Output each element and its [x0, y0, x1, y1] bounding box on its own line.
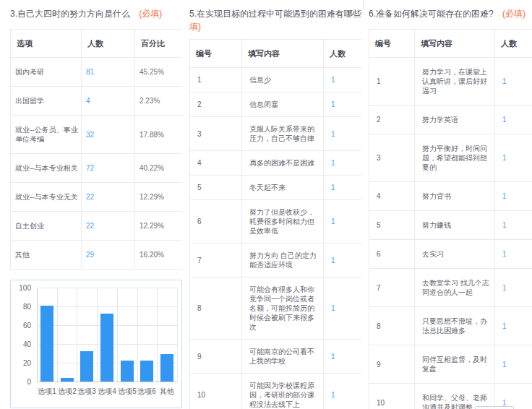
- percent-cell: 2.23%: [135, 87, 183, 116]
- table-row: 5冬天起不来1: [190, 176, 362, 200]
- count-link[interactable]: 1: [495, 345, 532, 384]
- chart-bar: [100, 314, 113, 382]
- count-link[interactable]: 1: [324, 277, 362, 340]
- answer-content-cell: 努力背书: [415, 182, 495, 211]
- y-axis-tick-label: 0: [11, 378, 31, 386]
- count-link[interactable]: 1: [324, 92, 362, 117]
- answer-content-cell: 可能会有很多人和你竞争同一个岗位或者名额，可能投简历的时候会被刷下来很多次: [242, 277, 324, 340]
- next-page-button[interactable]: [475, 406, 514, 409]
- row-number-cell: 9: [190, 340, 242, 374]
- survey-results-page: 3.自己大四时的努力方向是什么 (必填) 选项 人数 百分比 国内考研8145.…: [0, 0, 532, 409]
- count-link[interactable]: 1: [324, 340, 362, 374]
- table-row: 国内考研8145.25%: [11, 58, 183, 87]
- count-link[interactable]: 22: [82, 183, 135, 212]
- row-number-cell: 2: [190, 92, 242, 117]
- count-link[interactable]: 1: [324, 176, 362, 200]
- column-header-percent: 百分比: [135, 30, 183, 58]
- table-row: 其他2916.20%: [11, 241, 183, 270]
- question-5-required-badge: 填): [189, 22, 201, 32]
- answer-content-cell: 信息少: [242, 68, 324, 92]
- table-row: 3克服人际关系带来的压力，自己不够自律1: [190, 117, 362, 151]
- table-row: 就业--公务员、事业单位考编3217.88%: [11, 116, 183, 154]
- answers-bar-chart: 020406080100选项1选项2选项3选项4选项5选项6其他: [10, 280, 182, 408]
- table-row: 2努力学英语1: [369, 106, 532, 134]
- percent-cell: 16.20%: [135, 241, 183, 270]
- count-link[interactable]: 1: [324, 244, 362, 277]
- column-header-content: 填写内容: [415, 30, 495, 58]
- answer-content-cell: 可能南京的公司看不上我的学校: [242, 340, 324, 374]
- row-number-cell: 10: [190, 374, 242, 409]
- table-row: 1努力学习，在课堂上认真听讲，课后好好温习1: [369, 58, 532, 106]
- row-number-cell: 1: [369, 58, 415, 106]
- count-link[interactable]: 32: [82, 116, 135, 154]
- answer-content-cell: 努力学习，在课堂上认真听讲，课后好好温习: [415, 58, 495, 106]
- column-header-count: 人数: [82, 30, 135, 58]
- count-link[interactable]: 1: [495, 182, 532, 211]
- count-link[interactable]: 29: [82, 241, 135, 270]
- row-number-cell: 6: [369, 240, 415, 269]
- count-link[interactable]: 1: [495, 269, 532, 307]
- y-axis-tick-label: 60: [11, 322, 31, 330]
- option-cell: 就业--与本专业无关: [11, 183, 82, 212]
- option-cell: 就业--与本专业相关: [11, 154, 82, 183]
- question-3-required-badge: (必填): [139, 9, 162, 19]
- table-row: 7去教室学习 找几个志同道合的人一起1: [369, 269, 532, 307]
- count-link[interactable]: 1: [495, 58, 532, 106]
- answer-content-cell: 只要思想不滑坡，办法总比困难多: [415, 307, 495, 345]
- count-link[interactable]: 81: [82, 58, 135, 87]
- row-number-cell: 8: [369, 307, 415, 345]
- vertical-gridline: [177, 288, 178, 382]
- table-row: 8可能会有很多人和你竞争同一个岗位或者名额，可能投简历的时候会被刷下来很多次1: [190, 277, 362, 340]
- count-link[interactable]: 1: [324, 200, 362, 244]
- count-link[interactable]: 1: [495, 134, 532, 182]
- x-axis-tick-label: 选项4: [98, 387, 116, 397]
- vertical-gridline: [77, 288, 77, 382]
- row-number-cell: 3: [190, 117, 242, 151]
- table-row: 9同伴互相监督，及时复盘1: [369, 345, 532, 384]
- y-axis-tick-label: 80: [11, 303, 31, 311]
- percent-cell: 12.29%: [135, 183, 183, 212]
- y-axis-tick-label: 20: [11, 359, 31, 367]
- row-number-cell: 9: [369, 345, 415, 384]
- count-link[interactable]: 1: [495, 240, 532, 269]
- horizontal-gridline: [37, 306, 177, 307]
- count-link[interactable]: 1: [495, 307, 532, 345]
- table-row: 2信息闭塞1: [190, 92, 362, 117]
- column-header-number: 编号: [190, 40, 242, 68]
- count-link[interactable]: 1: [324, 117, 362, 151]
- count-link[interactable]: 1: [495, 384, 532, 409]
- question-5-answers-table: 编号 填写内容 人数 1信息少12信息闭塞13克服人际关系带来的压力，自己不够自…: [189, 39, 361, 409]
- count-link[interactable]: 4: [82, 87, 135, 116]
- count-link[interactable]: 1: [324, 374, 362, 409]
- count-link[interactable]: 72: [82, 154, 135, 183]
- answer-content-cell: 努力赚钱: [415, 211, 495, 240]
- row-number-cell: 6: [190, 200, 242, 244]
- table-row: 6努力了但是收获少，耗费很多时间精力但是效率低1: [190, 200, 362, 244]
- question-6-panel: 6.准备如何解决可能存在的困难? (必填) 编号 填写内容 人数 1努力学习，在…: [369, 7, 532, 409]
- table-row: 自主创业2212.29%: [11, 212, 183, 241]
- row-number-cell: 7: [190, 244, 242, 277]
- question-6-title-text: 6.准备如何解决可能存在的困难?: [369, 9, 494, 19]
- row-number-cell: 3: [369, 134, 415, 182]
- answer-content-cell: 再多的困难不是困难: [242, 151, 324, 176]
- question-6-required-badge: (必填): [502, 9, 525, 19]
- count-link[interactable]: 1: [495, 211, 532, 240]
- row-number-cell: 2: [369, 106, 415, 134]
- row-number-cell: 1: [190, 68, 242, 92]
- vertical-gridline: [137, 288, 138, 382]
- x-axis-tick-label: 其他: [160, 387, 174, 397]
- chart-bar: [61, 378, 74, 382]
- table-row: 10和同学、父母、老师沟通并及时调整1: [369, 384, 532, 409]
- column-header-number: 编号: [369, 30, 415, 58]
- question-5-panel: 5.在实现目标的过程中可能遇到的困难有哪些? 填) 编号 填写内容 人数 1信息…: [189, 7, 361, 409]
- question-5-title: 5.在实现目标的过程中可能遇到的困难有哪些? 填): [189, 7, 361, 33]
- table-row: 7努力方向 自己的定力 能否适应环境1: [190, 244, 362, 277]
- question-6-answers-table: 编号 填写内容 人数 1努力学习，在课堂上认真听讲，课后好好温习12努力学英语1…: [369, 29, 532, 409]
- answer-content-cell: 信息闭塞: [242, 92, 324, 117]
- count-link[interactable]: 1: [495, 106, 532, 134]
- count-link[interactable]: 1: [324, 68, 362, 92]
- count-link[interactable]: 1: [324, 151, 362, 176]
- column-header-option: 选项: [11, 30, 82, 58]
- count-link[interactable]: 22: [82, 212, 135, 241]
- option-cell: 出国留学: [11, 87, 82, 116]
